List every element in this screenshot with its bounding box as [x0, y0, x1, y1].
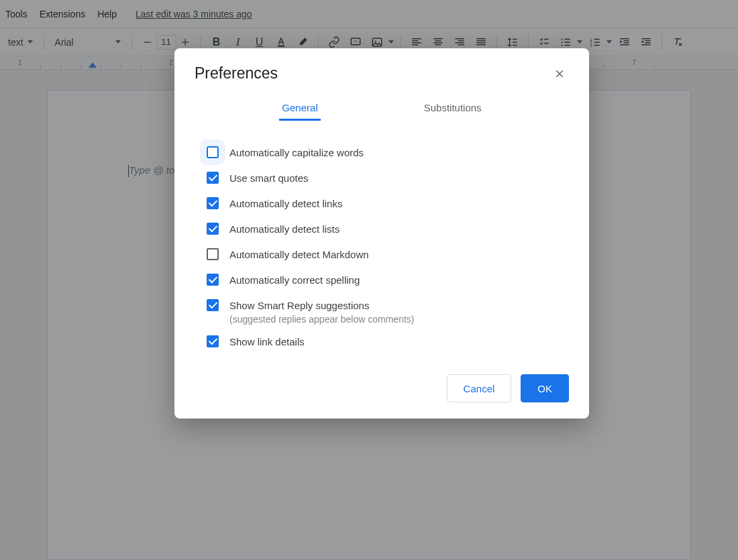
preference-row: Automatically detect Markdown: [207, 241, 557, 267]
preference-checkbox[interactable]: [207, 274, 219, 286]
close-button[interactable]: [550, 64, 569, 83]
preference-checkbox[interactable]: [207, 197, 219, 209]
preferences-list: Automatically capitalize wordsUse smart …: [174, 121, 589, 361]
preference-label: Automatically detect links: [229, 198, 342, 209]
preference-checkbox[interactable]: [207, 172, 219, 184]
preferences-dialog: Preferences General Substitutions Automa…: [174, 48, 589, 418]
preference-row: Automatically detect links: [207, 190, 557, 216]
preference-row: Automatically correct spelling: [207, 267, 557, 292]
preference-label: Automatically correct spelling: [229, 274, 360, 286]
preference-row: Show link details: [207, 329, 557, 354]
preference-row: Use smart quotes: [207, 165, 557, 190]
preference-checkbox[interactable]: [207, 335, 219, 347]
preference-label: Use smart quotes: [229, 172, 309, 184]
dialog-tabs: General Substitutions: [174, 90, 589, 121]
close-icon: [554, 68, 565, 79]
preference-checkbox[interactable]: [207, 146, 219, 158]
preference-label: Show Smart Reply suggestions: [229, 300, 369, 311]
preference-label: Automatically detect Markdown: [229, 249, 369, 260]
tab-substitutions[interactable]: Substitutions: [421, 97, 484, 121]
tab-general[interactable]: General: [279, 97, 320, 121]
preference-subtext: (suggested replies appear below comments…: [207, 314, 557, 325]
preference-row: Automatically detect lists: [207, 216, 557, 241]
dialog-footer: Cancel OK: [174, 361, 589, 402]
ok-button[interactable]: OK: [521, 374, 569, 402]
preference-checkbox[interactable]: [207, 248, 219, 260]
dialog-title: Preferences: [195, 64, 278, 82]
cancel-button[interactable]: Cancel: [447, 374, 512, 402]
preference-row: Automatically capitalize words: [207, 139, 557, 165]
preference-label: Show link details: [229, 336, 305, 347]
preference-checkbox[interactable]: [207, 223, 219, 235]
preference-checkbox[interactable]: [207, 299, 219, 311]
preference-label: Automatically capitalize words: [229, 147, 364, 158]
preference-label: Automatically detect lists: [229, 223, 339, 235]
